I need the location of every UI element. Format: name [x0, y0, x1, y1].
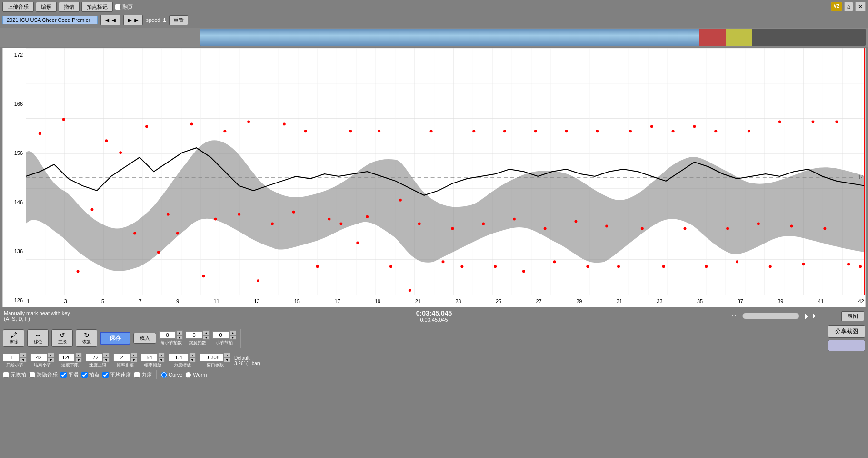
waveform-track[interactable] [200, 29, 866, 46]
bar-beat-spinbox[interactable]: ▲ ▼ [212, 330, 236, 340]
bar-beat-input[interactable] [212, 331, 229, 339]
smooth-label[interactable]: 平滑 [60, 371, 79, 378]
bar-beat-down-arrow[interactable]: ▼ [229, 335, 236, 340]
curve-radio[interactable] [161, 372, 167, 378]
svg-point-53 [39, 132, 41, 135]
curve-radio-label[interactable]: Curve [161, 372, 182, 378]
force-label[interactable]: 力度 [134, 371, 152, 378]
end-bar-down[interactable]: ▼ [48, 357, 54, 362]
kick-beats-arrows[interactable]: ▲ ▼ [203, 330, 210, 340]
speed-lower-up[interactable]: ▲ [75, 353, 82, 357]
svg-point-73 [292, 211, 295, 214]
recover-btn[interactable]: ↻ 恢复 [76, 329, 97, 347]
split-btn2[interactable] [828, 340, 865, 351]
bar-beat-arrows[interactable]: ▲ ▼ [229, 330, 236, 340]
speed-upper-up[interactable]: ▲ [103, 353, 110, 357]
x-label-35: 35 [697, 298, 703, 304]
x-label-29: 29 [576, 298, 582, 304]
confirm-btn[interactable]: 重置 [169, 15, 188, 25]
no-beat-label[interactable]: 元吃拍 [3, 371, 26, 378]
step-down[interactable]: ▼ [130, 357, 137, 362]
beat-mark-btn[interactable]: 拍点标记 [81, 2, 113, 12]
clear-btn[interactable]: 🖍 擦除 [3, 329, 24, 347]
x-label-31: 31 [617, 298, 622, 304]
bin-up[interactable]: ▲ [158, 353, 165, 357]
kick-beats-input[interactable] [186, 331, 202, 339]
page-flip-checkbox-label[interactable]: 翻页 [115, 3, 133, 10]
cancel-btn[interactable]: 撤错 [59, 2, 80, 12]
step-up[interactable]: ▲ [130, 353, 137, 357]
svg-point-110 [684, 227, 687, 230]
svg-point-92 [494, 265, 497, 268]
speed-upper-down[interactable]: ▼ [103, 357, 110, 362]
kick-down-arrow[interactable]: ▼ [203, 335, 210, 340]
chart-inner[interactable]: 148.1 [26, 48, 865, 295]
end-bar-up[interactable]: ▲ [48, 353, 54, 357]
undo-btn[interactable]: ↺ 主淡 [51, 329, 73, 347]
load-btn[interactable]: 载入 [133, 333, 156, 344]
play-icon[interactable]: ⏵⏵ [803, 312, 818, 320]
next-btn[interactable]: ►► [123, 15, 143, 25]
separator [240, 329, 241, 348]
shape-btn[interactable]: 编形 [36, 2, 57, 12]
waveform-yellow [726, 29, 752, 46]
beats-per-bar-input[interactable] [159, 331, 176, 339]
window-input[interactable] [200, 354, 223, 361]
beat-point-checkbox[interactable] [81, 372, 88, 378]
home-icon[interactable]: ⌂ [844, 2, 853, 11]
start-bar-group: ▲ ▼ 开始小节 [3, 353, 27, 368]
cross-music-checkbox[interactable] [29, 372, 35, 378]
kick-beats-spinbox[interactable]: ▲ ▼ [186, 330, 210, 340]
worm-radio-label[interactable]: Worm [185, 372, 207, 378]
avg-speed-label[interactable]: 平均速度 [102, 371, 131, 378]
bin-input[interactable] [141, 354, 158, 361]
scale-input[interactable] [169, 354, 189, 361]
window-down[interactable]: ▼ [224, 357, 230, 362]
window-up[interactable]: ▲ [224, 353, 230, 357]
end-bar-input[interactable] [30, 354, 47, 361]
speed-lower-input[interactable] [58, 354, 75, 361]
svg-point-126 [859, 265, 862, 268]
save-btn[interactable]: 保存 [100, 332, 130, 345]
start-bar-up[interactable]: ▲ [20, 353, 27, 357]
svg-point-91 [482, 223, 485, 225]
beats-per-bar-arrows[interactable]: ▲ ▼ [176, 330, 183, 340]
y-label-166: 166 [4, 101, 25, 107]
chart-view-btn[interactable]: 表图 [841, 311, 864, 321]
scale-up[interactable]: ▲ [189, 353, 196, 357]
beats-down-arrow[interactable]: ▼ [176, 335, 183, 340]
x-label-42: 42 [858, 298, 864, 304]
move-btn[interactable]: ↔ 移位 [27, 329, 49, 347]
slider[interactable] [742, 313, 799, 319]
speed-lower-down[interactable]: ▼ [75, 357, 82, 362]
prev-btn[interactable]: ◄◄ [100, 15, 120, 25]
svg-point-119 [778, 120, 781, 123]
kick-beats-group: ▲ ▼ 踢腿拍数 [186, 330, 210, 346]
no-beat-checkbox[interactable] [3, 372, 9, 378]
step-input[interactable] [113, 354, 130, 361]
waveform-bar[interactable] [0, 28, 868, 47]
file-label: 2021 ICU USA Cheer Coed Premier [2, 16, 98, 24]
svg-point-100 [574, 220, 577, 223]
speed-upper-input[interactable] [86, 354, 102, 361]
worm-radio[interactable] [185, 372, 191, 378]
svg-point-116 [748, 130, 750, 132]
beats-per-bar-spinbox[interactable]: ▲ ▼ [159, 330, 183, 340]
scale-down[interactable]: ▼ [189, 357, 196, 362]
start-bar-down[interactable]: ▼ [20, 357, 27, 362]
beat-point-label[interactable]: 拍点 [81, 371, 100, 378]
avg-speed-checkbox[interactable] [102, 372, 109, 378]
split-screenshot-btn[interactable]: 分享截图 [828, 325, 865, 338]
bin-down[interactable]: ▼ [158, 357, 165, 362]
beats-up-arrow[interactable]: ▲ [176, 330, 183, 335]
page-flip-checkbox[interactable] [115, 4, 121, 10]
smooth-checkbox[interactable] [60, 372, 67, 378]
force-checkbox[interactable] [134, 372, 140, 378]
bar-beat-up-arrow[interactable]: ▲ [229, 330, 236, 335]
upload-music-btn[interactable]: 上传音乐 [2, 2, 34, 12]
close-icon[interactable]: ✕ [855, 2, 866, 11]
cross-music-label[interactable]: 跨隐音乐 [29, 371, 58, 378]
status-bar: Manually mark beat with key (A, S, D, F)… [0, 308, 868, 324]
start-bar-input[interactable] [3, 354, 20, 361]
kick-up-arrow[interactable]: ▲ [203, 330, 210, 335]
